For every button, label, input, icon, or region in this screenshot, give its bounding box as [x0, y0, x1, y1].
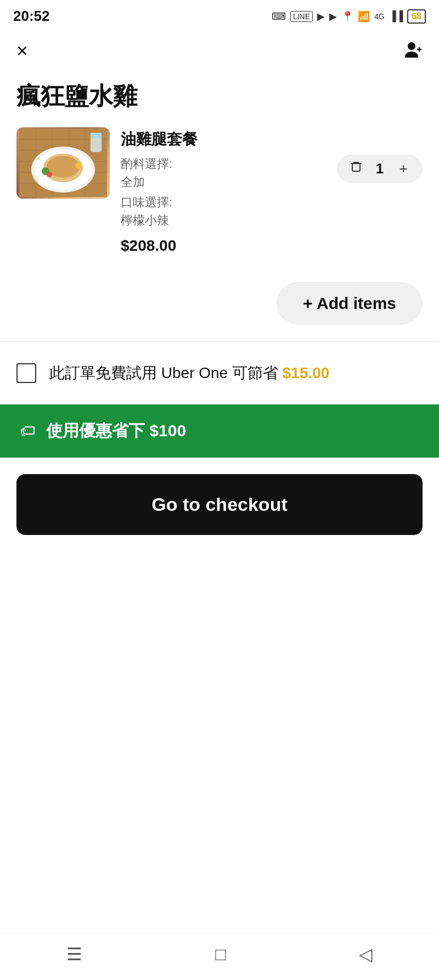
add-items-row: + Add items: [0, 271, 439, 341]
youtube-icon: ▶: [317, 10, 325, 22]
item-option2: 口味選擇: 檸檬小辣: [121, 193, 423, 229]
item-image: [16, 127, 110, 199]
svg-point-16: [75, 162, 82, 169]
line-icon: LINE: [290, 11, 313, 22]
item-price: $208.00: [121, 237, 423, 255]
keyboard-icon: ⌨: [272, 10, 286, 22]
item-options: 酌料選擇: 全加: [121, 155, 172, 193]
uber-one-checkbox[interactable]: [16, 363, 36, 383]
restaurant-title-section: 瘋狂鹽水雞: [0, 69, 439, 122]
bottom-spacer: [0, 551, 439, 606]
location-icon: 📍: [341, 10, 353, 22]
uber-one-text: 此訂單免費試用 Uber One 可節省 $15.00: [49, 362, 329, 385]
status-time: 20:52: [13, 8, 50, 25]
youtube2-icon: ▶: [329, 10, 337, 22]
back-icon[interactable]: ◁: [359, 944, 373, 965]
quantity-value: 1: [374, 160, 385, 177]
promo-text: 使用優惠省下 $100: [46, 420, 186, 442]
item-name: 油雞腿套餐: [121, 129, 423, 149]
item-image-placeholder: [16, 127, 110, 199]
wifi-icon: 📶: [358, 10, 370, 22]
add-user-button[interactable]: [401, 39, 423, 63]
increment-button[interactable]: +: [395, 160, 412, 177]
item-option1: 酌料選擇: 全加: [121, 155, 172, 191]
restaurant-name: 瘋狂鹽水雞: [16, 82, 423, 111]
signal-icon: ▐▐: [389, 10, 403, 22]
quantity-control[interactable]: 1 +: [337, 155, 423, 183]
svg-point-15: [47, 172, 52, 177]
add-items-button[interactable]: + Add items: [277, 282, 423, 325]
nav-bar: ×: [0, 29, 439, 69]
tag-icon: 🏷: [20, 422, 35, 440]
battery-indicator: 68: [407, 9, 426, 24]
checkout-button[interactable]: Go to checkout: [16, 474, 423, 535]
svg-rect-18: [91, 133, 102, 138]
svg-rect-19: [352, 164, 360, 171]
delete-button[interactable]: [348, 160, 364, 177]
home-icon[interactable]: □: [215, 944, 226, 965]
menu-icon[interactable]: ☰: [66, 944, 82, 965]
close-button[interactable]: ×: [16, 41, 28, 61]
add-user-icon: [401, 39, 423, 61]
network-icon: 4G: [374, 12, 385, 21]
item-details: 油雞腿套餐 酌料選擇: 全加: [121, 127, 423, 255]
food-illustration: [19, 128, 107, 197]
status-bar: 20:52 ⌨ LINE ▶ ▶ 📍 📶 4G ▐▐ 68: [0, 0, 439, 29]
cart-item: 油雞腿套餐 酌料選擇: 全加: [16, 127, 423, 255]
bottom-nav: ☰ □ ◁: [0, 932, 439, 980]
uber-one-section: 此訂單免費試用 Uber One 可節省 $15.00: [0, 342, 439, 404]
promo-banner[interactable]: 🏷 使用優惠省下 $100: [0, 404, 439, 458]
cart-section: 油雞腿套餐 酌料選擇: 全加: [0, 122, 439, 271]
status-icons: ⌨ LINE ▶ ▶ 📍 📶 4G ▐▐ 68: [272, 9, 426, 24]
checkout-section: Go to checkout: [0, 458, 439, 551]
